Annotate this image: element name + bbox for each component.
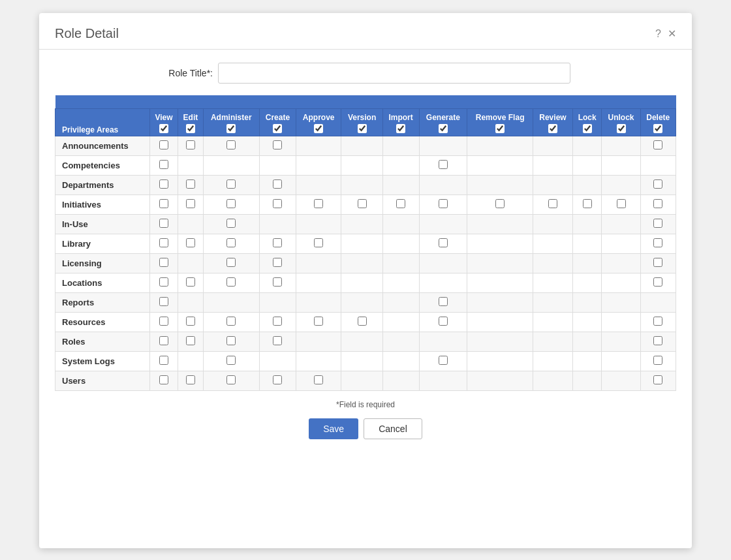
delete-checkbox[interactable] <box>653 356 662 365</box>
administer-cell[interactable] <box>203 273 259 292</box>
col-header-edit-checkbox[interactable] <box>186 124 195 133</box>
generate-checkbox[interactable] <box>439 160 448 169</box>
administer-checkbox[interactable] <box>226 317 236 326</box>
generate-checkbox[interactable] <box>439 199 448 208</box>
administer-cell[interactable] <box>203 351 259 371</box>
delete-checkbox[interactable] <box>653 199 662 208</box>
create-cell[interactable] <box>260 332 296 351</box>
administer-cell[interactable] <box>203 136 259 155</box>
create-cell[interactable] <box>260 253 296 273</box>
create-checkbox[interactable] <box>273 375 282 384</box>
administer-checkbox[interactable] <box>226 238 236 247</box>
col-header-create-checkbox[interactable] <box>273 124 282 133</box>
edit-checkbox[interactable] <box>186 179 195 189</box>
col-header-remove-flag-checkbox[interactable] <box>495 124 505 133</box>
edit-cell[interactable] <box>178 194 203 214</box>
edit-cell[interactable] <box>178 371 203 390</box>
review-checkbox[interactable] <box>548 199 557 208</box>
generate-checkbox[interactable] <box>439 238 448 247</box>
create-checkbox[interactable] <box>273 179 282 189</box>
administer-checkbox[interactable] <box>226 140 236 149</box>
administer-checkbox[interactable] <box>226 179 236 189</box>
delete-checkbox[interactable] <box>653 140 662 149</box>
view-cell[interactable] <box>149 175 178 194</box>
import-cell[interactable] <box>382 194 419 214</box>
administer-checkbox[interactable] <box>226 336 236 345</box>
administer-cell[interactable] <box>203 253 259 273</box>
col-header-import-checkbox[interactable] <box>396 124 405 133</box>
view-checkbox[interactable] <box>159 199 168 208</box>
view-cell[interactable] <box>149 194 178 214</box>
administer-cell[interactable] <box>203 312 259 332</box>
delete-cell[interactable] <box>640 273 676 292</box>
create-checkbox[interactable] <box>273 199 282 208</box>
edit-checkbox[interactable] <box>186 336 195 345</box>
import-checkbox[interactable] <box>396 199 405 208</box>
generate-cell[interactable] <box>419 234 467 253</box>
version-cell[interactable] <box>341 312 382 332</box>
edit-cell[interactable] <box>178 175 203 194</box>
create-cell[interactable] <box>260 371 296 390</box>
help-icon[interactable]: ? <box>655 28 661 40</box>
view-cell[interactable] <box>149 371 178 390</box>
generate-checkbox[interactable] <box>439 356 448 365</box>
role-title-input[interactable] <box>218 63 570 84</box>
remove_flag-checkbox[interactable] <box>495 199 505 208</box>
edit-cell[interactable] <box>178 273 203 292</box>
version-checkbox[interactable] <box>358 199 367 208</box>
delete-cell[interactable] <box>640 214 676 234</box>
create-checkbox[interactable] <box>273 336 282 345</box>
delete-cell[interactable] <box>640 175 676 194</box>
delete-checkbox[interactable] <box>653 336 662 345</box>
edit-cell[interactable] <box>178 234 203 253</box>
view-cell[interactable] <box>149 253 178 273</box>
generate-cell[interactable] <box>419 351 467 371</box>
administer-cell[interactable] <box>203 234 259 253</box>
edit-checkbox[interactable] <box>186 277 195 287</box>
create-cell[interactable] <box>260 194 296 214</box>
delete-checkbox[interactable] <box>653 277 662 287</box>
delete-cell[interactable] <box>640 312 676 332</box>
approve-cell[interactable] <box>296 234 341 253</box>
view-checkbox[interactable] <box>159 297 168 306</box>
create-cell[interactable] <box>260 234 296 253</box>
generate-cell[interactable] <box>419 155 467 175</box>
generate-cell[interactable] <box>419 292 467 312</box>
delete-cell[interactable] <box>640 371 676 390</box>
view-checkbox[interactable] <box>159 317 168 326</box>
view-cell[interactable] <box>149 214 178 234</box>
edit-checkbox[interactable] <box>186 140 195 149</box>
generate-cell[interactable] <box>419 312 467 332</box>
lock-cell[interactable] <box>572 194 602 214</box>
col-header-lock-checkbox[interactable] <box>583 124 592 133</box>
administer-checkbox[interactable] <box>226 199 236 208</box>
view-checkbox[interactable] <box>159 140 168 149</box>
view-checkbox[interactable] <box>159 219 168 228</box>
administer-checkbox[interactable] <box>226 219 236 228</box>
col-header-review-checkbox[interactable] <box>548 124 557 133</box>
col-header-generate-checkbox[interactable] <box>439 124 448 133</box>
create-cell[interactable] <box>260 136 296 155</box>
view-cell[interactable] <box>149 155 178 175</box>
col-header-administer-checkbox[interactable] <box>226 124 236 133</box>
approve-checkbox[interactable] <box>314 238 323 247</box>
generate-checkbox[interactable] <box>439 317 448 326</box>
approve-checkbox[interactable] <box>314 317 323 326</box>
create-checkbox[interactable] <box>273 277 282 287</box>
lock-checkbox[interactable] <box>583 199 592 208</box>
delete-checkbox[interactable] <box>653 179 662 189</box>
col-header-approve-checkbox[interactable] <box>314 124 323 133</box>
view-checkbox[interactable] <box>159 160 168 169</box>
delete-cell[interactable] <box>640 136 676 155</box>
edit-checkbox[interactable] <box>186 375 195 384</box>
view-cell[interactable] <box>149 136 178 155</box>
save-button[interactable]: Save <box>309 418 358 439</box>
administer-checkbox[interactable] <box>226 277 236 287</box>
delete-checkbox[interactable] <box>653 219 662 228</box>
approve-checkbox[interactable] <box>314 199 323 208</box>
delete-checkbox[interactable] <box>653 258 662 267</box>
view-cell[interactable] <box>149 351 178 371</box>
administer-cell[interactable] <box>203 194 259 214</box>
close-icon[interactable]: ✕ <box>668 27 676 40</box>
edit-cell[interactable] <box>178 332 203 351</box>
